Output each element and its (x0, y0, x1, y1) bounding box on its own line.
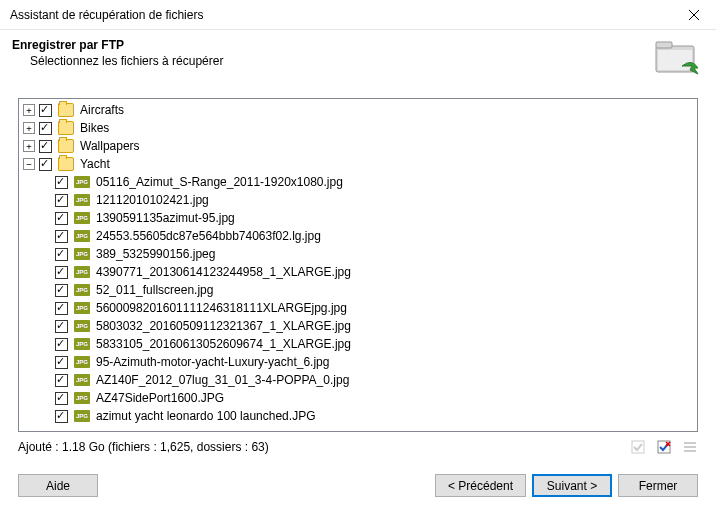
svg-rect-5 (684, 442, 696, 444)
jpg-icon (74, 374, 90, 386)
checkbox[interactable] (55, 374, 68, 387)
checkbox[interactable] (55, 302, 68, 315)
checkbox[interactable] (39, 158, 52, 171)
checkbox[interactable] (55, 230, 68, 243)
tree-file-row[interactable]: 5600098201601111246318111XLARGEjpg.jpg (19, 299, 697, 317)
checkbox[interactable] (55, 392, 68, 405)
tree-file-row[interactable]: 1390591135azimut-95.jpg (19, 209, 697, 227)
folder-icon (58, 121, 74, 135)
folder-icon (58, 157, 74, 171)
checkbox[interactable] (55, 338, 68, 351)
tree-folder-row[interactable]: + Aircrafts (19, 101, 697, 119)
svg-rect-7 (684, 450, 696, 452)
jpg-icon (74, 194, 90, 206)
window-title: Assistant de récupération de fichiers (10, 8, 203, 22)
collapse-toggle[interactable]: − (23, 158, 35, 170)
folder-label: Aircrafts (80, 103, 124, 117)
list-icon[interactable] (682, 439, 698, 455)
svg-rect-3 (632, 441, 644, 453)
file-label: 1390591135azimut-95.jpg (96, 211, 235, 225)
expand-toggle[interactable]: + (23, 140, 35, 152)
jpg-icon (74, 248, 90, 260)
expand-toggle[interactable]: + (23, 104, 35, 116)
checkbox[interactable] (55, 248, 68, 261)
checkbox[interactable] (55, 356, 68, 369)
header-subtitle: Sélectionnez les fichiers à récupérer (12, 54, 223, 68)
jpg-icon (74, 212, 90, 224)
jpg-icon (74, 266, 90, 278)
svg-rect-2 (658, 50, 692, 70)
jpg-icon (74, 356, 90, 368)
tree-folder-row[interactable]: + Bikes (19, 119, 697, 137)
ftp-folder-icon (654, 38, 702, 78)
checkbox[interactable] (55, 176, 68, 189)
jpg-icon (74, 410, 90, 422)
file-label: 389_5325990156.jpeg (96, 247, 215, 261)
status-bar: Ajouté : 1.18 Go (fichiers : 1,625, doss… (0, 436, 716, 458)
file-label: AZ140F_2012_07lug_31_01_3-4-POPPA_0.jpg (96, 373, 349, 387)
tree-file-row[interactable]: 5833105_20160613052609674_1_XLARGE.jpg (19, 335, 697, 353)
file-label: 24553.55605dc87e564bbb74063f02.lg.jpg (96, 229, 321, 243)
titlebar: Assistant de récupération de fichiers (0, 0, 716, 30)
jpg-icon (74, 284, 90, 296)
checkbox[interactable] (39, 140, 52, 153)
jpg-icon (74, 176, 90, 188)
expand-toggle[interactable]: + (23, 122, 35, 134)
checkbox[interactable] (55, 266, 68, 279)
checkbox[interactable] (55, 284, 68, 297)
next-button[interactable]: Suivant > (532, 474, 612, 497)
checkbox[interactable] (39, 104, 52, 117)
folder-icon (58, 103, 74, 117)
file-label: 5600098201601111246318111XLARGEjpg.jpg (96, 301, 347, 315)
checkbox[interactable] (55, 194, 68, 207)
tree-file-row[interactable]: 5803032_20160509112321367_1_XLARGE.jpg (19, 317, 697, 335)
tree-file-row[interactable]: 05116_Azimut_S-Range_2011-1920x1080.jpg (19, 173, 697, 191)
tree-file-row[interactable]: 389_5325990156.jpeg (19, 245, 697, 263)
file-label: AZ47SidePort1600.JPG (96, 391, 224, 405)
previous-button[interactable]: < Précédent (435, 474, 526, 497)
file-label: 52_011_fullscreen.jpg (96, 283, 213, 297)
check-mark-icon[interactable] (630, 439, 646, 455)
file-label: 4390771_20130614123244958_1_XLARGE.jpg (96, 265, 351, 279)
tree-file-row[interactable]: 12112010102421.jpg (19, 191, 697, 209)
wizard-header: Enregistrer par FTP Sélectionnez les fic… (0, 30, 716, 88)
svg-rect-6 (684, 446, 696, 448)
file-label: 05116_Azimut_S-Range_2011-1920x1080.jpg (96, 175, 343, 189)
close-icon (689, 10, 699, 20)
folder-label: Wallpapers (80, 139, 140, 153)
close-button[interactable] (671, 0, 716, 30)
tree-folder-row[interactable]: + Wallpapers (19, 137, 697, 155)
folder-label: Yacht (80, 157, 110, 171)
tree-file-row[interactable]: AZ47SidePort1600.JPG (19, 389, 697, 407)
status-text: Ajouté : 1.18 Go (fichiers : 1,625, doss… (18, 440, 269, 454)
tree-file-row[interactable]: 4390771_20130614123244958_1_XLARGE.jpg (19, 263, 697, 281)
tree-file-row[interactable]: AZ140F_2012_07lug_31_01_3-4-POPPA_0.jpg (19, 371, 697, 389)
tree-file-row[interactable]: 52_011_fullscreen.jpg (19, 281, 697, 299)
file-label: 5803032_20160509112321367_1_XLARGE.jpg (96, 319, 351, 333)
checkbox[interactable] (55, 410, 68, 423)
jpg-icon (74, 338, 90, 350)
file-tree: + Aircrafts + Bikes + Wallpapers − Yacht… (18, 98, 698, 432)
tree-folder-row[interactable]: − Yacht (19, 155, 697, 173)
close-wizard-button[interactable]: Fermer (618, 474, 698, 497)
file-label: 95-Azimuth-motor-yacht-Luxury-yacht_6.jp… (96, 355, 329, 369)
button-row: Aide < Précédent Suivant > Fermer (0, 466, 716, 509)
folder-icon (58, 139, 74, 153)
checkbox[interactable] (39, 122, 52, 135)
folder-label: Bikes (80, 121, 109, 135)
check-clear-icon[interactable] (656, 439, 672, 455)
jpg-icon (74, 320, 90, 332)
tree-file-row[interactable]: azimut yacht leonardo 100 launched.JPG (19, 407, 697, 425)
jpg-icon (74, 230, 90, 242)
status-icons (630, 439, 698, 455)
file-label: 12112010102421.jpg (96, 193, 209, 207)
help-button[interactable]: Aide (18, 474, 98, 497)
tree-scroll[interactable]: + Aircrafts + Bikes + Wallpapers − Yacht… (19, 99, 697, 431)
checkbox[interactable] (55, 212, 68, 225)
tree-file-row[interactable]: 24553.55605dc87e564bbb74063f02.lg.jpg (19, 227, 697, 245)
checkbox[interactable] (55, 320, 68, 333)
file-label: azimut yacht leonardo 100 launched.JPG (96, 409, 315, 423)
file-label: 5833105_20160613052609674_1_XLARGE.jpg (96, 337, 351, 351)
header-title: Enregistrer par FTP (12, 38, 223, 52)
tree-file-row[interactable]: 95-Azimuth-motor-yacht-Luxury-yacht_6.jp… (19, 353, 697, 371)
